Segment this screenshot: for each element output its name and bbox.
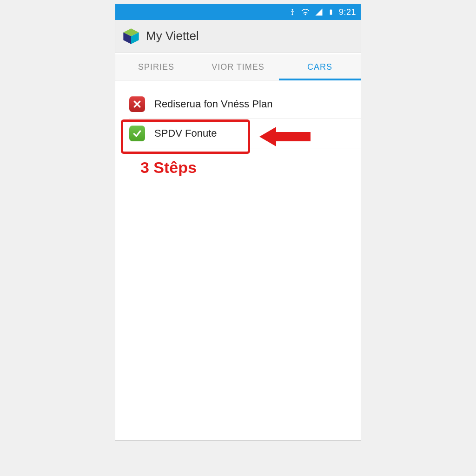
app-bar: My Viettel (115, 20, 361, 53)
list-item[interactable]: Rediserua fon Vnéss Plan (115, 90, 361, 119)
tab-bar: SPIRIES VIOR TIMES CARS (115, 54, 361, 80)
annotation-step-label: 3 Stêps (140, 159, 197, 177)
app-title: My Viettel (146, 29, 199, 43)
status-bar-time: 9:21 (339, 7, 356, 17)
android-status-bar: 9:21 (115, 4, 361, 20)
tab-label: VIOR TIMES (212, 62, 264, 72)
signal-icon (315, 8, 323, 16)
list-item-label: Rediserua fon Vnéss Plan (154, 98, 272, 110)
list-item-label: SPDV Fonute (154, 127, 217, 139)
tab-cars[interactable]: CARS (279, 54, 361, 80)
content-area: Rediserua fon Vnéss Plan SPDV Fonute 3 S… (115, 80, 361, 440)
check-icon (129, 126, 145, 141)
wifi-icon (301, 7, 310, 17)
usb-icon (289, 8, 296, 16)
svg-point-2 (291, 14, 293, 15)
battery-icon (328, 7, 334, 17)
tab-vior-times[interactable]: VIOR TIMES (197, 54, 279, 80)
phone-frame: 9:21 My Viettel SPIRIES VIOR TIMES CARS … (115, 4, 361, 441)
list-item[interactable]: SPDV Fonute (115, 119, 361, 148)
tab-label: SPIRIES (138, 62, 174, 72)
x-icon (129, 96, 145, 112)
tab-spiries[interactable]: SPIRIES (115, 54, 197, 80)
divider (129, 148, 361, 148)
tab-label: CARS (307, 62, 332, 72)
app-logo-icon (122, 27, 140, 46)
